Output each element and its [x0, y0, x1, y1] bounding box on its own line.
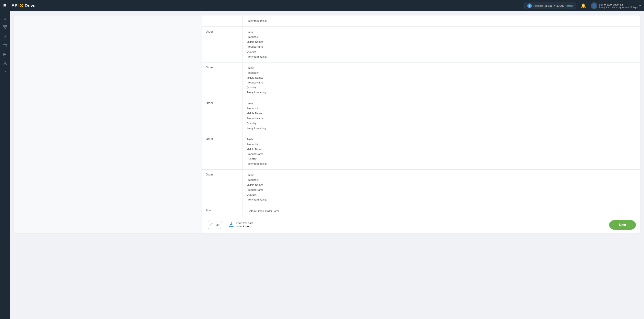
field-item: Product Name: — [246, 188, 636, 192]
field-list: Prefix: Product #: Middle Name: Product … — [246, 137, 636, 166]
field-list: Prefix: Product #: Middle Name: Product … — [246, 30, 636, 59]
field-item: Quantity: — [246, 157, 636, 161]
footer-toolbar: Edit Load test data from — [202, 217, 640, 233]
edit-icon — [210, 223, 213, 227]
data-table: Pretty formatting: Order Prefix: Product… — [202, 16, 640, 217]
svg-rect-5 — [3, 44, 7, 47]
field-item: Middle Name: — [246, 76, 636, 80]
field-item: Product Name: — [246, 44, 636, 49]
sidebar-item-user[interactable] — [1, 60, 8, 67]
sidebar-item-home[interactable]: ⌂ — [1, 15, 8, 22]
table-row: Order Prefix: Product #: Middle Name: Pr… — [202, 134, 640, 170]
svg-rect-1 — [5, 26, 7, 26]
bell-icon[interactable]: 🔔 — [581, 3, 586, 8]
sidebar: ⌂ $ ▶ ? — [0, 12, 10, 319]
table-row: Order Prefix: Product #: Middle Name: Pr… — [202, 62, 640, 98]
field-list: Prefix: Product #: Middle Name: Product … — [246, 102, 636, 130]
field-item: Middle Name: — [246, 40, 636, 44]
topnav: ☰ API✕Drive i Actions: 25'156 / 50'000 (… — [0, 0, 644, 12]
table-cell-fields-top: Pretty formatting: — [242, 16, 640, 27]
load-text: Load test data from Jotform — [236, 222, 253, 228]
field-list-top: Pretty formatting: — [246, 19, 636, 23]
layout: ⌂ $ ▶ ? — [0, 12, 644, 319]
field-item: Pretty formatting: — [246, 19, 636, 23]
table-cell-label: Order — [202, 134, 242, 170]
table-row: Order Prefix: Product #: Middle Name: Pr… — [202, 98, 640, 134]
table-cell-label-top — [202, 16, 242, 27]
field-item: Product Name: — [246, 80, 636, 85]
field-item: Middle Name: — [246, 183, 636, 187]
field-list: Prefix: Product #: Middle Name: Product … — [246, 173, 636, 202]
field-item: Product Name: — [246, 152, 636, 156]
sidebar-item-diagram[interactable] — [1, 24, 8, 31]
left-panel — [14, 16, 202, 233]
table-row-form: Form Custom Simple Order Form — [202, 205, 640, 216]
svg-point-6 — [4, 62, 6, 63]
table-cell-fields: Prefix: Product #: Middle Name: Product … — [242, 134, 640, 170]
user-area[interactable]: 👤 demo_apix-drive_s2 Plan | Start | left… — [591, 2, 641, 9]
field-list: Prefix: Product #: Middle Name: Product … — [246, 66, 636, 95]
svg-line-4 — [5, 26, 6, 28]
field-item: Quantity: — [246, 121, 636, 126]
logo-x: ✕ — [19, 3, 24, 9]
field-item: Product #: — [246, 71, 636, 75]
edit-button[interactable]: Edit — [206, 221, 223, 229]
table-cell-fields: Prefix: Product #: Middle Name: Product … — [242, 27, 640, 62]
field-item: Pretty formatting: — [246, 126, 636, 130]
field-item: Product #: — [246, 106, 636, 111]
edit-label: Edit — [214, 223, 220, 226]
logo: API✕Drive — [12, 3, 35, 9]
table-cell-label: Order — [202, 62, 242, 98]
field-item: Quantity: — [246, 85, 636, 90]
sidebar-item-help[interactable]: ? — [1, 68, 8, 76]
field-item: Pretty formatting: — [246, 90, 636, 95]
logo-drive: Drive — [25, 3, 36, 8]
field-item: Prefix: — [246, 102, 636, 106]
download-icon — [228, 221, 234, 228]
load-label: Load test data — [236, 222, 253, 225]
next-button[interactable]: Next — [609, 220, 636, 230]
load-test-data-button[interactable]: Load test data from Jotform — [228, 221, 253, 228]
field-item: Product #: — [246, 35, 636, 39]
user-days: 26 days — [630, 6, 638, 8]
two-col-layout: Pretty formatting: Order Prefix: Product… — [14, 16, 640, 233]
svg-rect-7 — [229, 226, 234, 226]
field-item: Product #: — [246, 178, 636, 182]
sidebar-item-briefcase[interactable] — [1, 42, 8, 49]
menu-icon[interactable]: ☰ — [3, 4, 6, 8]
main-content: Pretty formatting: Order Prefix: Product… — [10, 12, 644, 319]
actions-percent: (50%) — [566, 4, 573, 7]
actions-label: Actions: — [534, 4, 543, 7]
avatar: 👤 — [591, 2, 597, 9]
table-row: Order Prefix: Product #: Middle Name: Pr… — [202, 170, 640, 206]
content-panel: Pretty formatting: Order Prefix: Product… — [14, 16, 640, 233]
table-cell-form-label: Form — [202, 205, 242, 216]
user-name: demo_apix-drive_s2 — [599, 3, 638, 6]
field-item: Quantity: — [246, 192, 636, 197]
load-source: from Jotform — [236, 225, 253, 228]
chevron-down-icon: ▾ — [639, 4, 641, 7]
user-plan: Plan | Start | left until payment 26 day… — [599, 6, 638, 8]
sidebar-item-billing[interactable]: $ — [1, 32, 8, 40]
table-cell-fields: Prefix: Product #: Middle Name: Product … — [242, 62, 640, 98]
field-item: Prefix: — [246, 30, 636, 34]
table-cell-fields: Prefix: Product #: Middle Name: Product … — [242, 98, 640, 134]
actions-badge[interactable]: i Actions: 25'156 / 50'000 (50%) — [524, 2, 576, 9]
table-cell-fields: Prefix: Product #: Middle Name: Product … — [242, 170, 640, 206]
table-row-top: Pretty formatting: — [202, 16, 640, 27]
field-item: Prefix: — [246, 173, 636, 177]
field-item: Pretty formatting: — [246, 198, 636, 202]
info-icon: i — [527, 4, 532, 8]
field-item: Pretty formatting: — [246, 162, 636, 166]
table-row: Order Prefix: Product #: Middle Name: Pr… — [202, 27, 640, 62]
user-info: demo_apix-drive_s2 Plan | Start | left u… — [599, 3, 638, 8]
field-item: Pretty formatting: — [246, 54, 636, 59]
field-item: Prefix: — [246, 66, 636, 70]
sidebar-item-video[interactable]: ▶ — [1, 50, 8, 58]
field-item: Middle Name: — [246, 147, 636, 152]
field-item: Middle Name: — [246, 111, 636, 116]
svg-line-3 — [4, 26, 5, 28]
svg-rect-0 — [3, 26, 4, 26]
right-panel: Pretty formatting: Order Prefix: Product… — [202, 16, 640, 233]
logo-api: API — [12, 3, 18, 8]
